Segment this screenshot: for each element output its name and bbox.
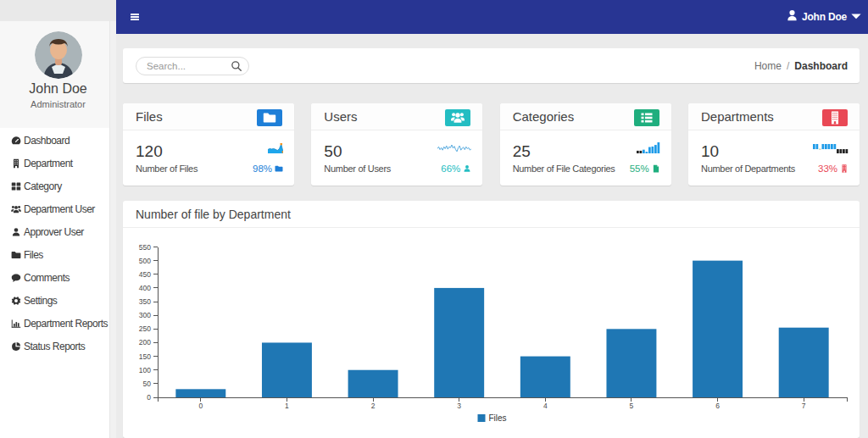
- file-icon: [652, 164, 660, 173]
- bar-4[interactable]: [520, 357, 570, 397]
- sidebar-user-panel: John Doe Administrator: [0, 21, 116, 128]
- x-tick-label: 1: [285, 402, 289, 410]
- user-icon: [786, 9, 798, 22]
- breadcrumb-home[interactable]: Home: [754, 60, 782, 72]
- pie-chart-icon: [11, 341, 21, 352]
- x-tick-label: 2: [371, 402, 376, 410]
- stat-card-body: 50Number of Users66%: [311, 130, 482, 185]
- search-card: Home / Dashboard: [123, 48, 860, 83]
- sidebar-item-label: Comments: [24, 272, 70, 284]
- building-sm-icon: [11, 158, 21, 169]
- stat-percent: 33%: [818, 164, 837, 174]
- users-icon: [451, 111, 465, 125]
- list-icon: [640, 111, 654, 125]
- bar-5[interactable]: [606, 329, 656, 397]
- stat-card-header: Departments: [688, 103, 860, 130]
- bar-1[interactable]: [262, 342, 312, 397]
- bar-0[interactable]: [175, 389, 225, 397]
- stat-percent: 55%: [630, 164, 649, 174]
- sidebar-item-dashboard[interactable]: Dashboard: [0, 129, 109, 152]
- sidebar-menu: DashboardDepartmentCategoryDepartment Us…: [0, 129, 109, 358]
- stat-percent-row: 98%: [253, 164, 283, 174]
- folder-icon-button[interactable]: [257, 109, 282, 126]
- stat-label: Number of Files: [136, 164, 198, 174]
- navbar-user-name: John Doe: [802, 11, 847, 23]
- sparkline-bars: [637, 142, 660, 153]
- user-icon: [463, 164, 471, 173]
- folder-sm-icon: [11, 250, 21, 260]
- bar-2[interactable]: [348, 370, 398, 397]
- sidebar-item-files[interactable]: Files: [0, 243, 109, 266]
- stat-card-header: Categories: [500, 103, 671, 130]
- sparkline-area: [268, 143, 283, 153]
- x-tick-label: 0: [198, 402, 203, 410]
- x-tick-label: 7: [802, 402, 806, 410]
- sidebar-item-department-reports[interactable]: Department Reports: [0, 312, 109, 335]
- bar-3[interactable]: [434, 288, 484, 397]
- legend-swatch[interactable]: [478, 414, 486, 422]
- sidebar-item-status-reports[interactable]: Status Reports: [0, 335, 109, 358]
- bar-chart-svg: 0501001502002503003504004505005500123456…: [123, 228, 860, 435]
- sidebar-item-approver-user[interactable]: Approver User: [0, 220, 109, 243]
- sidebar: John Doe Administrator DashboardDepartme…: [0, 0, 116, 438]
- stat-card-body: 10Number of Departments33%: [688, 130, 860, 185]
- sidebar-item-label: Department Reports: [24, 318, 108, 330]
- sidebar-item-comments[interactable]: Comments: [0, 266, 109, 289]
- stat-sparkline: [813, 141, 849, 157]
- breadcrumb-current: Dashboard: [794, 60, 848, 72]
- stat-percent: 66%: [441, 164, 460, 174]
- navbar: John Doe: [116, 0, 868, 34]
- users-icon-button[interactable]: [445, 109, 470, 126]
- user-name: John Doe: [0, 81, 116, 97]
- sidebar-item-department-user[interactable]: Department User: [0, 197, 109, 220]
- y-tick-label: 450: [139, 270, 151, 279]
- sidebar-item-label: Approver User: [24, 226, 84, 238]
- bar-6[interactable]: [693, 261, 743, 397]
- breadcrumb-separator: /: [787, 60, 789, 72]
- sidebar-item-category[interactable]: Category: [0, 175, 109, 197]
- y-tick-label: 400: [139, 284, 151, 292]
- avatar: [35, 31, 82, 79]
- hamburger-icon[interactable]: [131, 14, 139, 20]
- stat-card-title: Files: [136, 109, 163, 124]
- sidebar-item-label: Category: [24, 180, 62, 192]
- users-sm-icon: [11, 204, 21, 214]
- stat-sparkline: [437, 141, 471, 157]
- search-icon: [231, 60, 242, 72]
- x-tick-label: 6: [715, 402, 720, 410]
- list-icon-button[interactable]: [634, 109, 659, 126]
- stat-sparkline: [637, 141, 660, 157]
- search-form: [136, 57, 249, 75]
- stat-percent-row: 33%: [818, 164, 849, 174]
- building-icon: [828, 111, 842, 125]
- navbar-user-menu[interactable]: John Doe: [786, 0, 861, 34]
- tachometer-icon: [11, 136, 21, 146]
- stat-card-title: Categories: [513, 109, 575, 124]
- sidebar-item-settings[interactable]: Settings: [0, 289, 109, 312]
- chart-title: Number of file by Department: [136, 208, 291, 221]
- stat-card-files: Files120Number of Files98%: [123, 103, 294, 186]
- stat-label: Number of Users: [324, 164, 391, 174]
- stat-card-body: 120Number of Files98%: [123, 130, 294, 185]
- stat-card-title: Departments: [701, 109, 774, 124]
- sidebar-item-label: Status Reports: [24, 341, 85, 352]
- folder-icon: [275, 164, 283, 173]
- building-icon-button[interactable]: [822, 109, 848, 126]
- bar-7[interactable]: [779, 328, 829, 397]
- stat-card-departments: Departments10Number of Departments33%: [688, 103, 860, 186]
- chart-card-header: Number of file by Department: [123, 201, 860, 228]
- y-tick-label: 500: [139, 257, 151, 265]
- search-icon[interactable]: [231, 60, 242, 72]
- stat-card-header: Users: [311, 103, 482, 130]
- sidebar-item-label: Dashboard: [24, 135, 70, 147]
- stat-sparkline: [268, 141, 283, 157]
- chart-card: Number of file by Department 05010015020…: [123, 201, 860, 438]
- bar-chart-icon: [11, 319, 21, 329]
- user-sm-icon: [11, 227, 21, 237]
- sidebar-scrollbar[interactable]: [109, 21, 116, 438]
- stat-card-users: Users50Number of Users66%: [311, 103, 482, 186]
- x-tick-label: 3: [457, 402, 461, 410]
- sidebar-top-band: [0, 0, 116, 21]
- sparkline-line: [437, 144, 471, 153]
- sidebar-item-department[interactable]: Department: [0, 152, 109, 175]
